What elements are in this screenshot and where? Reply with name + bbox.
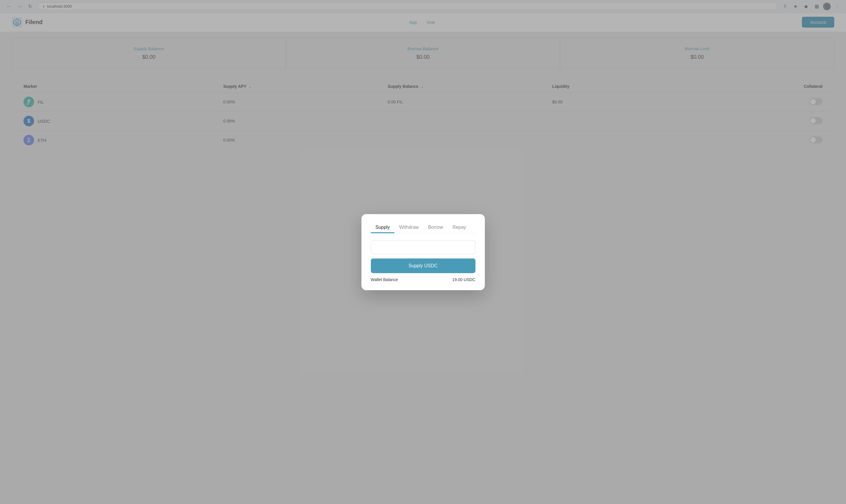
amount-input[interactable] — [371, 240, 475, 254]
tab-borrow[interactable]: Borrow — [423, 222, 448, 233]
tab-withdraw[interactable]: Withdraw — [394, 222, 423, 233]
tab-repay[interactable]: Repay — [448, 222, 471, 233]
wallet-balance-label: Wallet Balance — [371, 277, 398, 282]
app-wrapper: Filend App Vote Account Supply Balance $… — [0, 13, 846, 504]
wallet-balance-row: Wallet Balance 19.00 USDC — [371, 277, 475, 282]
supply-usdc-button[interactable]: Supply USDC — [371, 258, 475, 273]
modal-overlay[interactable]: Supply Withdraw Borrow Repay Supply USDC… — [0, 0, 846, 504]
tab-supply[interactable]: Supply — [371, 222, 395, 233]
modal-input-wrapper — [371, 240, 475, 254]
modal-tabs: Supply Withdraw Borrow Repay — [371, 222, 475, 233]
wallet-balance-value: 19.00 USDC — [452, 277, 475, 282]
modal: Supply Withdraw Borrow Repay Supply USDC… — [362, 214, 485, 290]
